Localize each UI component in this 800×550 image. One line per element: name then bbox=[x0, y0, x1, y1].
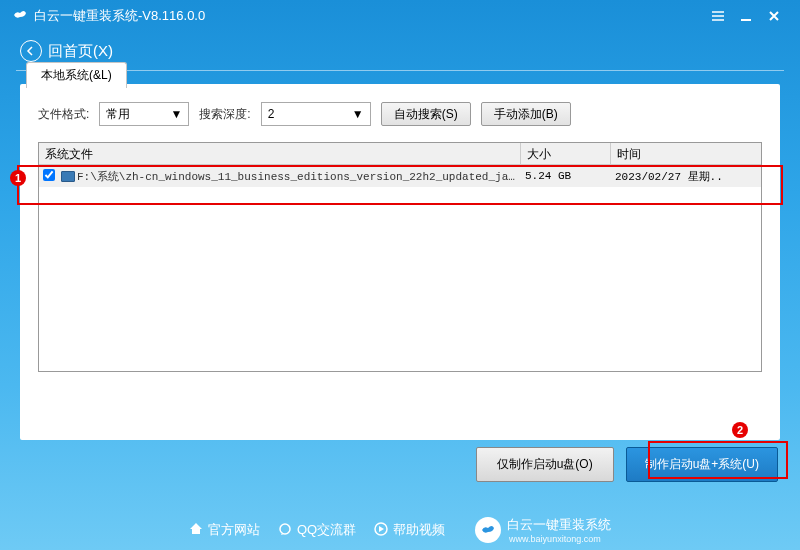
annotation-badge-1: 1 bbox=[10, 170, 26, 186]
brand-name: 白云一键重装系统 bbox=[507, 516, 611, 534]
tab-local-system[interactable]: 本地系统(&L) bbox=[26, 62, 127, 88]
minimize-icon bbox=[739, 9, 753, 23]
row-file-size: 5.24 GB bbox=[521, 170, 611, 182]
disk-icon bbox=[59, 171, 77, 182]
annotation-badge-2: 2 bbox=[732, 422, 748, 438]
titlebar: 白云一键重装系统-V8.116.0.0 bbox=[0, 0, 800, 32]
main-panel: 本地系统(&L) 文件格式: 常用 ▼ 搜索深度: 2 ▼ 自动搜索(S) 手动… bbox=[20, 84, 780, 440]
make-usb-system-button[interactable]: 制作启动u盘+系统(U) bbox=[626, 447, 778, 482]
row-checkbox[interactable] bbox=[43, 169, 55, 181]
col-header-size[interactable]: 大小 bbox=[521, 143, 611, 164]
svg-point-0 bbox=[280, 524, 290, 534]
header-divider bbox=[16, 70, 784, 71]
search-depth-select[interactable]: 2 ▼ bbox=[261, 102, 371, 126]
row-file-date: 2023/02/27 星期.. bbox=[611, 169, 761, 184]
close-button[interactable] bbox=[760, 2, 788, 30]
footer-help-video[interactable]: 帮助视频 bbox=[374, 521, 445, 539]
chat-icon bbox=[278, 522, 292, 539]
controls-row: 文件格式: 常用 ▼ 搜索深度: 2 ▼ 自动搜索(S) 手动添加(B) bbox=[20, 84, 780, 136]
make-usb-only-button[interactable]: 仅制作启动u盘(O) bbox=[476, 447, 614, 482]
row-checkbox-cell bbox=[39, 169, 59, 184]
back-home-label: 回首页(X) bbox=[48, 42, 113, 61]
file-format-select[interactable]: 常用 ▼ bbox=[99, 102, 189, 126]
file-format-label: 文件格式: bbox=[38, 106, 89, 123]
search-depth-value: 2 bbox=[268, 107, 344, 121]
footer-qq-group[interactable]: QQ交流群 bbox=[278, 521, 356, 539]
table-header: 系统文件 大小 时间 bbox=[39, 143, 761, 165]
chevron-down-icon: ▼ bbox=[352, 107, 364, 121]
back-arrow-icon bbox=[20, 40, 42, 62]
auto-search-button[interactable]: 自动搜索(S) bbox=[381, 102, 471, 126]
app-title: 白云一键重装系统-V8.116.0.0 bbox=[34, 7, 205, 25]
table-row[interactable]: F:\系统\zh-cn_windows_11_business_editions… bbox=[39, 165, 761, 187]
chevron-down-icon: ▼ bbox=[170, 107, 182, 121]
search-depth-label: 搜索深度: bbox=[199, 106, 250, 123]
menu-icon bbox=[711, 9, 725, 23]
menu-button[interactable] bbox=[704, 2, 732, 30]
file-format-value: 常用 bbox=[106, 106, 162, 123]
footer-official-site[interactable]: 官方网站 bbox=[189, 521, 260, 539]
minimize-button[interactable] bbox=[732, 2, 760, 30]
brand-logo-icon bbox=[475, 517, 501, 543]
home-icon bbox=[189, 522, 203, 539]
footer-brand: 白云一键重装系统 www.baiyunxitong.com bbox=[475, 516, 611, 544]
close-icon bbox=[767, 9, 781, 23]
play-icon bbox=[374, 522, 388, 539]
app-logo-icon bbox=[12, 7, 28, 26]
brand-domain: www.baiyunxitong.com bbox=[509, 534, 611, 544]
footer: 官方网站 QQ交流群 帮助视频 白云一键重装系统 www.baiyunxiton… bbox=[0, 510, 800, 550]
manual-add-button[interactable]: 手动添加(B) bbox=[481, 102, 571, 126]
col-header-file[interactable]: 系统文件 bbox=[39, 143, 521, 164]
col-header-date[interactable]: 时间 bbox=[611, 143, 761, 164]
file-table: 系统文件 大小 时间 F:\系统\zh-cn_windows_11_busine… bbox=[38, 142, 762, 372]
row-file-path: F:\系统\zh-cn_windows_11_business_editions… bbox=[77, 169, 521, 184]
bottom-actions: 仅制作启动u盘(O) 制作启动u盘+系统(U) bbox=[476, 447, 778, 482]
